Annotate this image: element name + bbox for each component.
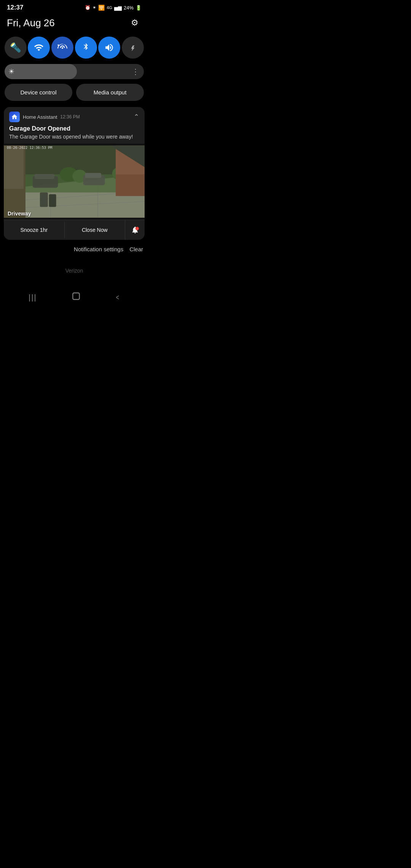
close-now-button[interactable]: Close Now <box>64 222 125 238</box>
notification-body: The Garage Door was opened while you wer… <box>4 134 145 144</box>
signal-icon: ▅▆ <box>114 5 122 11</box>
brightness-sun-icon: ☀ <box>8 67 14 76</box>
svg-rect-25 <box>73 293 79 299</box>
control-buttons-row: Device control Media output <box>5 84 144 101</box>
nav-back-icon[interactable]: < <box>116 293 119 302</box>
notification-settings-link[interactable]: Notification settings <box>74 246 123 252</box>
brightness-fill <box>5 64 77 79</box>
toggle-sound[interactable] <box>98 37 120 59</box>
date-row: Fri, Aug 26 ⚙ <box>0 14 148 35</box>
toggle-home-assistant[interactable] <box>51 37 73 59</box>
nav-menu-icon[interactable]: ||| <box>29 293 37 302</box>
driveway-scene <box>4 144 145 220</box>
notification-actions: Snooze 1hr Close Now ! <box>4 220 145 240</box>
svg-rect-22 <box>4 145 145 218</box>
settings-gear-icon[interactable]: ⚙ <box>128 16 142 30</box>
battery-icon: 🔋 <box>135 5 142 11</box>
brightness-options-icon[interactable]: ⋮ <box>132 67 140 76</box>
navigation-bar: ||| < <box>0 285 148 311</box>
bluetooth-status-icon: ✴ <box>92 5 96 10</box>
brightness-bar[interactable]: ☀ ⋮ <box>5 64 144 79</box>
snooze-button[interactable]: Snooze 1hr <box>4 222 64 238</box>
notification-collapse-icon[interactable]: ⌃ <box>134 113 139 121</box>
camera-label: Driveway <box>8 211 31 217</box>
camera-view: 08-26-2022 12:36:53 PM Driveway <box>4 144 145 220</box>
notification-header: Home Assistant 12:36 PM ⌃ <box>4 107 145 124</box>
app-name: Home Assistant <box>23 114 57 120</box>
device-control-button[interactable]: Device control <box>5 84 72 101</box>
battery-percent: 24% <box>124 5 134 11</box>
lte-icon: 4G <box>107 5 112 10</box>
camera-timestamp: 08-26-2022 12:36:53 PM <box>7 146 52 150</box>
carrier-display: Verizon <box>0 256 148 278</box>
nav-home-icon[interactable] <box>71 291 81 303</box>
toggle-wifi[interactable] <box>28 37 50 59</box>
alarm-icon: ⏰ <box>85 5 91 10</box>
toggle-battery-saver[interactable] <box>122 37 144 59</box>
toggle-flashlight[interactable]: 🔦 <box>5 37 27 59</box>
quick-toggles-row: 🔦 <box>0 35 148 64</box>
notification-time: 12:36 PM <box>60 114 80 120</box>
notification-title: Garage Door Opened <box>4 124 145 134</box>
date-display: Fri, Aug 26 <box>7 17 55 29</box>
toggle-bluetooth[interactable] <box>75 37 97 59</box>
wifi-status-icon: 🛜 <box>98 5 105 11</box>
notification-bell-button[interactable]: ! <box>125 220 145 240</box>
status-icons: ⏰ ✴ 🛜 4G ▅▆ 24% 🔋 <box>85 5 142 11</box>
clear-notifications-link[interactable]: Clear <box>129 246 143 252</box>
carrier-name: Verizon <box>65 268 83 274</box>
notification-card: Home Assistant 12:36 PM ⌃ Garage Door Op… <box>4 107 145 240</box>
notification-settings-row: Notification settings Clear <box>0 240 148 256</box>
media-output-button[interactable]: Media output <box>76 84 144 101</box>
status-bar: 12:37 ⏰ ✴ 🛜 4G ▅▆ 24% 🔋 <box>0 0 148 14</box>
status-time: 12:37 <box>7 4 23 11</box>
app-icon <box>9 112 20 122</box>
